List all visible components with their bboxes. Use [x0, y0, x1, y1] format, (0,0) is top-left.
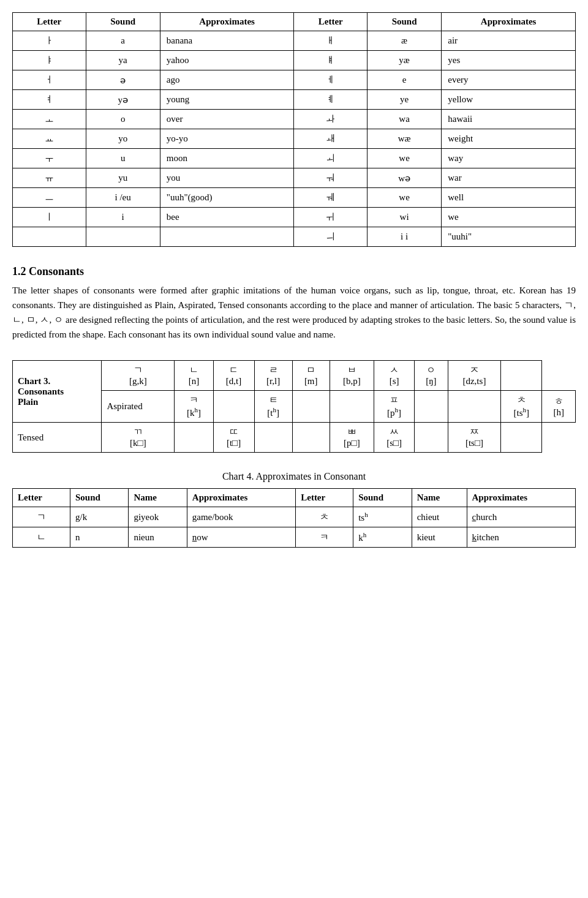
- vowel-cell: ㅐ: [294, 31, 368, 51]
- vowel-cell: yes: [442, 51, 576, 70]
- vowel-cell: you: [160, 168, 294, 188]
- vowel-cell: bee: [160, 208, 294, 227]
- chart4-row: ㄱg/kgiyeokgame/bookㅊtshchieutchurch: [13, 507, 576, 527]
- chart3-tensed-cell: [415, 423, 448, 453]
- chart3-aspirated-cell: ㅋ[kh]: [175, 391, 213, 423]
- vowel-cell: ㅢ: [294, 227, 368, 247]
- chart4-cell: nieun: [129, 527, 187, 548]
- vowel-row: ㅓəagoㅔeevery: [13, 70, 576, 90]
- chart3-plain-cell: ㄷ[d,t]: [213, 361, 254, 391]
- vowel-col-header-sound2: Sound: [367, 13, 441, 31]
- vowel-cell: weight: [442, 129, 576, 149]
- chart3-tensed-cell: ㅉ[ts□]: [448, 423, 501, 453]
- consonants-heading: 1.2 Consonants: [12, 265, 576, 278]
- vowel-cell: ye: [367, 90, 441, 110]
- chart3-tensed-cell: ㄸ[t□]: [213, 423, 254, 453]
- vowel-cell: e: [367, 70, 441, 90]
- chart3-tensed-cell: [292, 423, 330, 453]
- vowel-cell: ㅛ: [13, 129, 86, 149]
- chart4-header: Approximates: [187, 489, 295, 507]
- vowel-table: Letter Sound Approximates Letter Sound A…: [12, 12, 576, 247]
- chart4-header: Name: [129, 489, 187, 507]
- vowel-cell: ㅝ: [294, 168, 368, 188]
- vowel-row: ㅑyayahooㅒyæyes: [13, 51, 576, 70]
- vowel-row: ㅏabananaㅐæair: [13, 31, 576, 51]
- vowel-cell: wə: [367, 168, 441, 188]
- vowel-cell: ㅠ: [13, 168, 86, 188]
- vowel-cell: ago: [160, 70, 294, 90]
- vowel-cell: o: [86, 110, 160, 129]
- vowel-cell: ㅒ: [294, 51, 368, 70]
- chart3-tensed-cell: [254, 423, 292, 453]
- vowel-cell: yæ: [367, 51, 441, 70]
- vowel-cell: "uuh"(good): [160, 188, 294, 208]
- vowel-cell: ㅔ: [294, 70, 368, 90]
- chart4-cell: ㄴ: [13, 527, 70, 548]
- vowel-cell: i: [86, 208, 160, 227]
- vowel-row: ㅛyoyo-yoㅙwæweight: [13, 129, 576, 149]
- vowel-cell: we: [442, 208, 576, 227]
- chart4-cell: church: [467, 507, 575, 527]
- vowel-cell: ㅣ: [13, 208, 86, 227]
- vowel-cell: i /eu: [86, 188, 160, 208]
- chart3-plain-row: Chart 3.ConsonantsPlainㄱ[g,k]ㄴ[n]ㄷ[d,t]ㄹ…: [13, 361, 576, 391]
- vowel-cell: we: [367, 188, 441, 208]
- vowel-cell: [160, 227, 294, 247]
- chart3-tensed-cell: ㄲ[k□]: [102, 423, 175, 453]
- chart3-plain-cell: ㅁ[m]: [292, 361, 330, 391]
- chart4-cell: ㅋ: [296, 527, 353, 548]
- chart3-tensed-cell: [501, 423, 542, 453]
- chart4-header: Letter: [296, 489, 353, 507]
- chart3-plain-cell: ㄹ[r,l]: [254, 361, 292, 391]
- chart4-header: Letter: [13, 489, 70, 507]
- chart4-cell: ㅊ: [296, 507, 353, 527]
- vowel-cell: ㅡ: [13, 188, 86, 208]
- vowel-col-header-approx2: Approximates: [442, 13, 576, 31]
- vowel-cell: æ: [367, 31, 441, 51]
- vowel-row: ㅢi i"uuhi": [13, 227, 576, 247]
- chart3-plain-cell: ㅈ[dz,ts]: [448, 361, 501, 391]
- vowel-cell: ㅚ: [294, 149, 368, 168]
- vowel-cell: ㅓ: [13, 70, 86, 90]
- vowel-cell: over: [160, 110, 294, 129]
- vowel-cell: we: [367, 149, 441, 168]
- chart4-cell: kitchen: [467, 527, 575, 548]
- vowel-cell: ya: [86, 51, 160, 70]
- vowel-cell: ㅗ: [13, 110, 86, 129]
- vowel-cell: yo-yo: [160, 129, 294, 149]
- vowel-col-header-letter1: Letter: [13, 13, 86, 31]
- vowel-col-header-sound1: Sound: [86, 13, 160, 31]
- vowel-cell: [13, 227, 86, 247]
- chart3-table: Chart 3.ConsonantsPlainㄱ[g,k]ㄴ[n]ㄷ[d,t]ㄹ…: [12, 360, 576, 453]
- vowel-cell: young: [160, 90, 294, 110]
- vowel-cell: ㅜ: [13, 149, 86, 168]
- vowel-cell: ㅕ: [13, 90, 86, 110]
- vowel-cell: ㅟ: [294, 208, 368, 227]
- vowel-row: ㅠyuyouㅝwəwar: [13, 168, 576, 188]
- chart4-cell: n: [70, 527, 128, 548]
- chart4-cell: ㄱ: [13, 507, 70, 527]
- vowel-cell: war: [442, 168, 576, 188]
- chart4-cell: chieut: [412, 507, 467, 527]
- vowel-cell: ㅙ: [294, 129, 368, 149]
- vowel-cell: i i: [367, 227, 441, 247]
- chart3-aspirated-cell: [448, 391, 501, 423]
- chart3-tensed-cell: ㅃ[p□]: [330, 423, 374, 453]
- vowel-cell: [86, 227, 160, 247]
- chart4-title: Chart 4. Approximates in Consonant: [12, 471, 576, 482]
- vowel-cell: ə: [86, 70, 160, 90]
- vowel-cell: wi: [367, 208, 441, 227]
- vowel-cell: hawaii: [442, 110, 576, 129]
- chart4-cell: now: [187, 527, 295, 548]
- chart3-label-aspirated: Aspirated: [102, 391, 175, 423]
- vowel-cell: yo: [86, 129, 160, 149]
- chart3-plain-cell: ㅂ[b,p]: [330, 361, 374, 391]
- vowel-col-header-approx1: Approximates: [160, 13, 294, 31]
- chart3-aspirated-cell: [415, 391, 448, 423]
- vowel-cell: ㅑ: [13, 51, 86, 70]
- vowel-cell: ㅖ: [294, 90, 368, 110]
- vowel-cell: yellow: [442, 90, 576, 110]
- chart4-cell: game/book: [187, 507, 295, 527]
- chart4-cell: giyeok: [129, 507, 187, 527]
- vowel-cell: yə: [86, 90, 160, 110]
